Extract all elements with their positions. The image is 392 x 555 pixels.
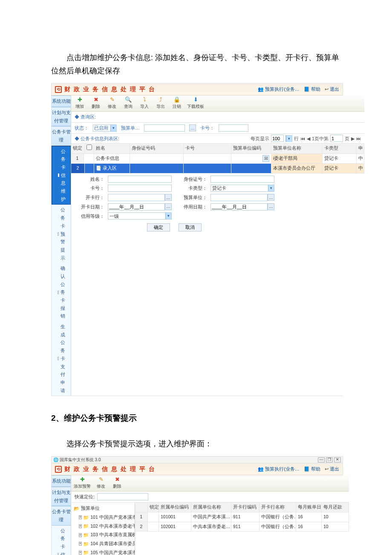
page-first[interactable]: ⏮	[300, 135, 305, 143]
paragraph-1: 点击增加维护公务卡信息: 添加姓名、身份证号、卡号、卡类型、开卡行、预算单位然后…	[51, 51, 343, 77]
cardtype-select[interactable]: 贷记卡▾	[210, 185, 274, 192]
tree-item[interactable]: +📁102 中共本溪市委老干部	[72, 522, 134, 531]
tree-item[interactable]: +📁101 中国共产党本溪市委	[72, 513, 134, 522]
page-num-input[interactable]	[330, 135, 343, 142]
table-row[interactable]: 2 102001中共本溪市委老…911 中国银行（公务…1610	[135, 522, 349, 532]
cardno-form-input[interactable]	[108, 185, 172, 192]
sidebar-group-card[interactable]: 公务卡管理	[52, 126, 71, 145]
bank-input[interactable]	[108, 194, 165, 201]
locate-input[interactable]	[97, 493, 148, 500]
unit-open-button[interactable]: …	[189, 124, 196, 131]
unit-label: 预算单…	[121, 124, 140, 132]
void-button[interactable]: 🔒注销	[171, 97, 183, 110]
sidebar-group-system[interactable]: 系统功能	[52, 475, 71, 487]
edit-button[interactable]: ✎修改	[106, 97, 118, 110]
sidebar-group-plan[interactable]: 计划与支付管理	[52, 107, 71, 126]
bank-label: 开卡行：	[79, 194, 104, 202]
list-section-label: ◆ 公务卡信息列表区:	[75, 135, 119, 143]
tree-item[interactable]: +📁103 中共本溪市直属机关	[72, 531, 134, 540]
budget-unit-input[interactable]	[210, 194, 268, 201]
close-button[interactable]: ✕	[334, 457, 341, 462]
unit-open-button-2[interactable]: …	[268, 194, 274, 201]
locate-label: 快速定位:	[75, 493, 95, 501]
sidebar-item-confirm[interactable]: 确认公务卡报销	[52, 263, 71, 321]
name-input[interactable]	[108, 176, 172, 183]
import-button[interactable]: ⤵导入	[138, 97, 150, 110]
tree-pane: 📂预算单位 +📁101 中国共产党本溪市委 +📁102 中共本溪市委老干部 +📁…	[71, 503, 135, 555]
screenshot-2: 🌐 国库集中支付系统 3.0 — ❐ ✕ ⟲ 财政业务信息处理平台 👥 预算执行…	[51, 456, 343, 555]
opendate-input[interactable]	[108, 203, 165, 211]
minimize-button[interactable]: —	[318, 457, 325, 462]
chevron-down-icon: ▾	[165, 213, 171, 219]
stopdate-label: 停用日期：	[182, 203, 207, 211]
sidebar: 系统功能 计划与支付管理 公务卡管理 公务卡信息维护 公务卡预警提示 确认公务卡…	[52, 95, 71, 396]
sidebar-item-card-info[interactable]: 公务卡信息维护	[52, 146, 71, 205]
sidebar-group-plan[interactable]: 计划与支付管理	[52, 487, 71, 506]
stopdate-input[interactable]	[210, 203, 268, 211]
logo-icon: ⟲	[55, 466, 62, 473]
date-open-button-2[interactable]: …	[268, 203, 274, 210]
edit-button[interactable]: ✎修改	[95, 477, 107, 490]
per-page-input[interactable]	[271, 135, 284, 142]
cardno-label: 卡号：	[79, 184, 104, 192]
date-open-button[interactable]: …	[165, 203, 172, 210]
id-label: 身份证号：	[182, 175, 207, 183]
download-template-button[interactable]: ⬇下载模板	[187, 97, 204, 110]
entry-form: 姓名： 身份证号： 卡号： 卡类型： 贷记卡▾ 开卡行： … 预算单位： … 开…	[71, 173, 364, 236]
per-page-dd[interactable]: ▾	[285, 135, 292, 142]
sidebar: 系统功能 计划与支付管理 公务卡管理 公务卡信息维护 公务卡预警提示 确认公务卡…	[52, 475, 71, 555]
help-link[interactable]: 📘 帮助	[304, 465, 320, 473]
app-header: ⟲ 财政业务信息处理平台 👥 预算执行(业务… 📘 帮助 ↩ 退出	[52, 84, 343, 95]
open-icon[interactable]: ☒	[262, 155, 269, 162]
tree-item[interactable]: +📁105 中国共产党本溪市纪	[72, 548, 134, 555]
app-title: 财政业务信息处理平台	[64, 464, 158, 474]
logo-icon: ⟲	[55, 86, 62, 93]
id-input[interactable]	[210, 176, 274, 183]
credit-select[interactable]: 一级▾	[108, 212, 172, 220]
exit-link[interactable]: ↩ 退出	[325, 465, 339, 473]
chevron-down-icon: ▾	[110, 125, 116, 131]
page-next[interactable]: ▶	[351, 135, 355, 143]
maximize-button[interactable]: ❐	[326, 457, 333, 462]
cardno-input[interactable]	[219, 124, 248, 132]
grid-header-row: 锁定 姓名身份证号码卡号 预算单位编码预算单位名称卡类型申	[71, 144, 364, 154]
table-row[interactable]: 1 公务卡信息 ☒ i委老干部局贷记卡中	[71, 154, 364, 164]
tree-root[interactable]: 📂预算单位	[72, 504, 134, 513]
help-link[interactable]: 📘 帮助	[304, 85, 320, 93]
export-button[interactable]: ⤴导出	[155, 97, 167, 110]
status-select[interactable]: 已启用▾	[93, 124, 117, 132]
query-button[interactable]: 🔍查询	[122, 97, 134, 110]
page-prev[interactable]: ◀	[307, 135, 310, 143]
table-row[interactable]: 2 📑 录入区 本溪市委员会办公厅 贷记卡中	[71, 164, 364, 173]
select-all-checkbox[interactable]	[86, 145, 92, 150]
sidebar-group-card[interactable]: 公务卡管理	[52, 506, 71, 525]
sidebar-item-card-info[interactable]: 公务卡信息维护	[52, 526, 71, 555]
add-alert-button[interactable]: ✚添加预警	[74, 477, 91, 490]
budget-exec-link[interactable]: 👥 预算执行(业务…	[258, 465, 300, 473]
sidebar-item-generate[interactable]: 生成公务卡支付申请	[52, 321, 71, 396]
delete-button[interactable]: ✖删除	[111, 477, 123, 490]
exit-link[interactable]: ↩ 退出	[325, 85, 339, 93]
query-section-label: ◆ 查询区:	[75, 113, 96, 121]
app-title: 财政业务信息处理平台	[64, 84, 158, 95]
opendate-label: 开卡日期：	[79, 203, 104, 211]
cancel-button[interactable]: 取消	[179, 223, 202, 231]
budget-exec-link[interactable]: 👥 预算执行(业务…	[258, 85, 300, 93]
chevron-down-icon: ▾	[268, 185, 274, 191]
grid-header-row: 锁定所属单位编码所属单位名称 开卡行编码开卡行名称每月账单日每月还款	[135, 503, 349, 512]
tree-item[interactable]: +📁104 共青团本溪市委员会	[72, 540, 134, 549]
ok-button[interactable]: 确定	[147, 223, 170, 231]
page-last[interactable]: ⏭	[356, 135, 361, 143]
delete-button[interactable]: ✖删除	[90, 97, 102, 110]
credit-label: 信用等级：	[79, 212, 104, 220]
name-label: 姓名：	[79, 175, 104, 183]
table-row[interactable]: 1 101001中国共产党本溪…911 中国银行（公务…1610	[135, 512, 349, 522]
status-label: 状态：	[75, 124, 89, 132]
sidebar-group-system[interactable]: 系统功能	[52, 95, 71, 107]
unit-input[interactable]	[144, 124, 185, 132]
bank-open-button[interactable]: …	[165, 194, 172, 201]
screenshot-1: ⟲ 财政业务信息处理平台 👥 预算执行(业务… 📘 帮助 ↩ 退出 系统功能 计…	[51, 83, 343, 396]
sidebar-item-alert[interactable]: 公务卡预警提示	[52, 205, 71, 263]
add-button[interactable]: ✚增加	[74, 97, 86, 110]
pagination: 每页显示 ▾ 行 ⏮ ◀ 1页中第 页 ▶ ⏭	[251, 135, 361, 143]
